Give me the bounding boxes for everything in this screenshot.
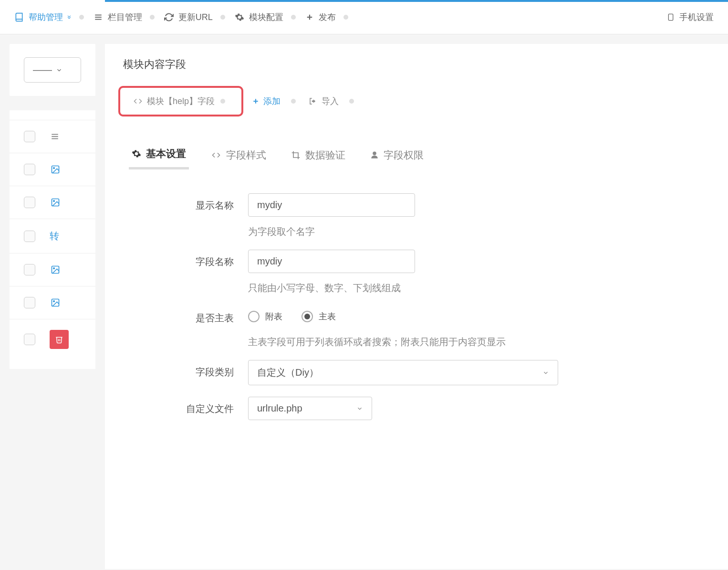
nav-column-management[interactable]: 栏目管理 (88, 11, 148, 23)
label-display-name: 显示名称 (172, 193, 248, 212)
select-value: urlrule.php (257, 403, 302, 414)
svg-point-11 (53, 168, 55, 169)
checkbox[interactable] (24, 164, 35, 175)
radio-subtable[interactable]: 附表 (248, 311, 282, 322)
hint-main-table: 主表字段可用于列表循环或者搜索；附表只能用于内容页显示 (248, 336, 704, 348)
tabs: 基本设置 字段样式 数据验证 (129, 140, 704, 169)
nav-label: 手机设置 (679, 11, 714, 23)
separator-dot (220, 99, 225, 104)
chevron-down-icon: » (66, 15, 73, 19)
submenu-module-field[interactable]: 模块【help】字段 (127, 92, 235, 111)
user-icon (370, 150, 379, 160)
list-item[interactable] (10, 186, 95, 219)
separator-dot (343, 15, 348, 20)
crop-icon (291, 150, 301, 160)
label-field-type: 字段类别 (172, 360, 248, 379)
nav-label: 帮助管理 (29, 11, 63, 23)
tab-label: 字段权限 (384, 148, 424, 162)
trash-icon[interactable] (50, 330, 69, 349)
nav-label: 栏目管理 (108, 11, 142, 23)
nav-label: 模块配置 (249, 11, 283, 23)
radio-icon (302, 311, 313, 322)
checkbox[interactable] (24, 334, 35, 345)
list-item[interactable] (10, 286, 95, 319)
plus-icon (305, 13, 314, 21)
separator-dot (349, 99, 354, 104)
code-icon (133, 97, 143, 106)
nav-update-url[interactable]: 更新URL (158, 11, 218, 23)
top-toolbar: 帮助管理 » 栏目管理 更新URL 模块配置 发布 (0, 0, 728, 34)
separator-dot (291, 15, 296, 20)
checkbox[interactable] (24, 264, 35, 275)
radio-maintable[interactable]: 主表 (302, 311, 336, 322)
input-field-name[interactable] (248, 250, 415, 273)
svg-point-20 (373, 151, 376, 155)
tab-validation[interactable]: 数据验证 (288, 140, 348, 169)
separator-dot (79, 15, 84, 20)
tab-label: 基本设置 (146, 147, 186, 160)
code-icon (211, 151, 221, 159)
nav-publish[interactable]: 发布 (300, 11, 342, 23)
import-icon (308, 97, 318, 106)
submenu-label: 导入 (322, 95, 339, 107)
left-select-card: —— (10, 44, 95, 96)
separator-dot (220, 15, 225, 20)
submenu-label: 添加 (263, 95, 281, 107)
nav-module-config[interactable]: 模块配置 (229, 11, 289, 23)
list-item[interactable] (10, 253, 95, 286)
chevron-down-icon (356, 405, 363, 412)
tab-label: 数据验证 (305, 148, 345, 162)
image-icon (50, 298, 61, 307)
form: 显示名称 为字段取个名字 字段名称 只能由小写字母、数字、下划线组成 (129, 174, 704, 420)
separator-dot (150, 15, 155, 20)
radio-icon (248, 311, 260, 322)
tab-label: 字段样式 (226, 148, 266, 162)
svg-point-17 (53, 301, 55, 302)
chevron-down-icon (542, 369, 549, 376)
list-item[interactable] (10, 120, 95, 153)
list-item[interactable] (10, 319, 95, 359)
transfer-text: 转 (50, 230, 59, 243)
list-icon (94, 13, 103, 21)
select-field-type[interactable]: 自定义（Diy） (248, 360, 558, 385)
checkbox[interactable] (24, 231, 35, 242)
nav-label: 更新URL (178, 11, 213, 23)
label-main-table: 是否主表 (172, 306, 248, 325)
svg-point-15 (53, 268, 55, 269)
highlighted-tab: 模块【help】字段 (118, 86, 243, 116)
dropdown-value: —— (33, 64, 52, 75)
input-display-name[interactable] (248, 193, 415, 217)
menu-icon (50, 132, 60, 141)
submenu-add[interactable]: 添加 (246, 92, 286, 111)
svg-point-13 (53, 201, 55, 202)
image-icon (50, 265, 61, 274)
gear-icon (235, 12, 244, 22)
tab-basic[interactable]: 基本设置 (129, 140, 189, 169)
left-item-list: 转 (10, 110, 95, 369)
select-value: 自定义（Diy） (257, 366, 319, 379)
checkbox[interactable] (24, 131, 35, 142)
checkbox[interactable] (24, 197, 35, 208)
submenu-label: 模块【help】字段 (147, 95, 215, 107)
nav-phone-settings[interactable]: 手机设置 (661, 11, 719, 23)
panel-title: 模块内容字段 (105, 44, 728, 80)
tab-style[interactable]: 字段样式 (208, 140, 269, 169)
submenu-import[interactable]: 导入 (302, 92, 344, 111)
list-item[interactable]: 转 (10, 219, 95, 253)
submenu: 模块【help】字段 添加 导入 (105, 80, 728, 126)
label-field-name: 字段名称 (172, 250, 248, 268)
chevron-down-icon (56, 67, 62, 74)
tab-permission[interactable]: 字段权限 (367, 140, 426, 169)
nav-help-management[interactable]: 帮助管理 » (9, 11, 77, 23)
label-custom-file: 自定义文件 (172, 397, 248, 415)
image-icon (50, 165, 61, 174)
radio-label: 附表 (265, 311, 282, 322)
select-custom-file[interactable]: urlrule.php (248, 397, 372, 420)
checkbox[interactable] (24, 297, 35, 308)
hint-field-name: 只能由小写字母、数字、下划线组成 (248, 282, 704, 295)
image-icon (50, 198, 61, 207)
book-icon (14, 12, 24, 22)
list-item[interactable] (10, 153, 95, 186)
gear-icon (132, 149, 141, 158)
dropdown-selector[interactable]: —— (24, 57, 81, 83)
